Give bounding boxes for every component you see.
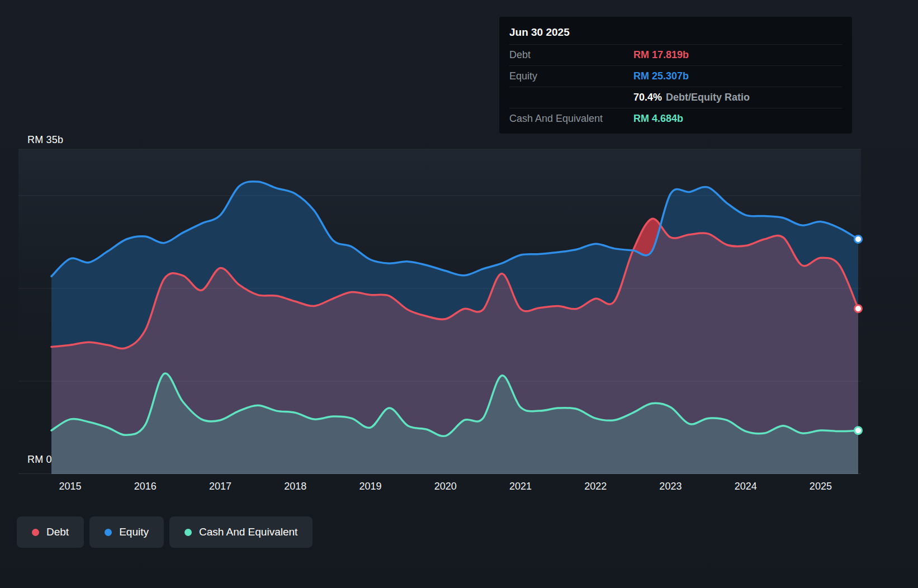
y-axis-max-label: RM 35b bbox=[27, 134, 63, 146]
tooltip-ratio-value: 70.4% bbox=[633, 92, 662, 103]
chart-canvas[interactable] bbox=[18, 149, 861, 474]
legend-label: Equity bbox=[119, 526, 149, 538]
debt-equity-chart-page: RM 35b RM 0 2015201620172018201920202021… bbox=[0, 0, 918, 588]
tooltip-cash-value: RM 4.684b bbox=[633, 113, 683, 125]
x-tick-label: 2015 bbox=[59, 481, 82, 492]
tooltip-date: Jun 30 2025 bbox=[509, 20, 842, 45]
equity-end-marker bbox=[855, 235, 862, 243]
legend: DebtEquityCash And Equivalent bbox=[17, 516, 313, 548]
x-tick-label: 2023 bbox=[659, 481, 682, 492]
tooltip-equity-value: RM 25.307b bbox=[633, 70, 689, 82]
tooltip-debt-label: Debt bbox=[509, 49, 633, 61]
x-tick-label: 2019 bbox=[359, 481, 381, 492]
x-tick-label: 2024 bbox=[735, 481, 757, 492]
chart-tooltip: Jun 30 2025 Debt RM 17.819b Equity RM 25… bbox=[499, 17, 852, 134]
x-axis: 2015201620172018201920202021202220232024… bbox=[18, 481, 861, 495]
legend-label: Debt bbox=[46, 526, 69, 538]
x-tick-label: 2021 bbox=[509, 481, 532, 492]
tooltip-debt-value: RM 17.819b bbox=[633, 49, 689, 61]
tooltip-equity-label: Equity bbox=[509, 70, 633, 82]
x-tick-label: 2018 bbox=[284, 481, 306, 492]
x-tick-label: 2022 bbox=[584, 481, 607, 492]
x-tick-label: 2017 bbox=[209, 481, 231, 492]
tooltip-debt-row: Debt RM 17.819b bbox=[509, 45, 842, 66]
tooltip-cash-row: Cash And Equivalent RM 4.684b bbox=[509, 108, 842, 129]
x-tick-label: 2016 bbox=[134, 481, 157, 492]
legend-item-debt[interactable]: Debt bbox=[17, 516, 84, 548]
tooltip-equity-row: Equity RM 25.307b bbox=[509, 66, 842, 87]
equity-legend-dot-icon bbox=[105, 529, 112, 536]
x-tick-label: 2020 bbox=[434, 481, 457, 492]
legend-label: Cash And Equivalent bbox=[199, 526, 297, 538]
cash-legend-dot-icon bbox=[184, 529, 192, 536]
legend-item-cash[interactable]: Cash And Equivalent bbox=[169, 516, 313, 548]
chart-plot-area[interactable] bbox=[18, 149, 861, 474]
legend-item-equity[interactable]: Equity bbox=[89, 516, 164, 548]
debt-end-marker bbox=[855, 305, 862, 312]
cash-end-marker bbox=[855, 427, 862, 434]
tooltip-cash-label: Cash And Equivalent bbox=[509, 113, 633, 125]
debt-legend-dot-icon bbox=[32, 529, 39, 536]
tooltip-ratio-row: 70.4%Debt/Equity Ratio bbox=[509, 87, 842, 108]
x-tick-label: 2025 bbox=[810, 481, 832, 492]
tooltip-ratio-label: Debt/Equity Ratio bbox=[666, 92, 750, 103]
